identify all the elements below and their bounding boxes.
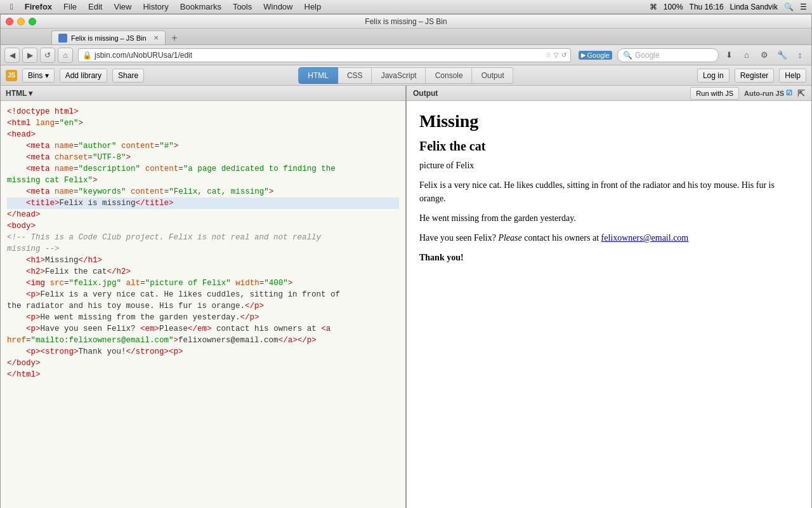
os-right-status: ⌘ 100% Thu 16:16 Linda Sandvik 🔍 ☰ (650, 3, 807, 11)
wifi-icon: ⌘ (650, 3, 657, 11)
tab-close-button[interactable]: ✕ (154, 34, 159, 41)
output-p2: He went missing from the garden yesterda… (419, 211, 799, 225)
tab-title: Felix is missing – JS Bin (71, 34, 147, 42)
battery-indicator: 100% (664, 3, 683, 11)
expand-icon[interactable]: ⇱ (797, 88, 805, 98)
output-p4-strong: Thank you! (419, 253, 464, 262)
bookmarks-menu-item[interactable]: Bookmarks (175, 2, 226, 11)
tab-html[interactable]: HTML (298, 67, 338, 84)
share-label: Share (118, 71, 138, 80)
output-header-right: Run with JS Auto-run JS ☑ ⇱ (690, 87, 805, 100)
back-button[interactable]: ◀ (4, 48, 20, 63)
output-h2: Felix the cat (419, 139, 799, 154)
jsbin-toolbar-right: Log in Register Help (697, 69, 806, 83)
login-button[interactable]: Log in (697, 69, 730, 83)
url-text: jsbin.com/uNobURUsa/1/edit (95, 51, 192, 60)
os-menubar:  Firefox File Edit View History Bookmar… (0, 0, 812, 14)
nav-bar: ◀ ▶ ↺ ⌂ 🔒 jsbin.com/uNobURUsa/1/edit ☆ ▽… (1, 45, 811, 65)
edit-menu-item[interactable]: Edit (83, 2, 107, 11)
username: Linda Sandvik (730, 3, 778, 11)
output-p1: Felix is a very nice cat. He likes cuddl… (419, 178, 799, 205)
autorun-checkbox[interactable]: ☑ (786, 89, 792, 97)
jsbin-logo: JS (6, 70, 17, 81)
search-placeholder: Google (635, 51, 660, 60)
output-panel: Output Run with JS Auto-run JS ☑ ⇱ Missi… (407, 86, 811, 508)
tools-menu-item[interactable]: Tools (228, 2, 257, 11)
output-p3-em: Please (498, 233, 521, 243)
output-img-alt: picture of Felix (419, 159, 799, 172)
code-editor[interactable]: <!doctype html> <html lang="en"> <head> … (1, 101, 405, 508)
forward-button[interactable]: ▶ (22, 48, 37, 63)
firefox-menu-item[interactable]: Firefox (20, 2, 57, 11)
home-button[interactable]: ⌂ (58, 48, 73, 63)
file-menu-item[interactable]: File (58, 2, 82, 11)
output-h1: Missing (419, 111, 799, 131)
tab-javascript[interactable]: JavaScript (372, 67, 426, 84)
search-icon: 🔍 (623, 51, 632, 60)
register-button[interactable]: Register (735, 69, 775, 83)
help-button[interactable]: Help (779, 69, 806, 83)
google-icon: ▶ (581, 51, 586, 58)
bookmark-down-icon[interactable]: ▽ (554, 51, 559, 58)
jsbin-tab-bar: HTML CSS JavaScript Console Output (298, 67, 513, 84)
share-button[interactable]: Share (112, 69, 144, 83)
new-tab-button[interactable]: + (168, 32, 181, 44)
refresh-button[interactable]: ↺ (40, 48, 55, 63)
tab-console[interactable]: Console (426, 67, 473, 84)
output-content: Missing Felix the cat picture of Felix F… (407, 101, 811, 508)
maximize-button[interactable] (29, 18, 36, 25)
output-p4: Thank you! (419, 251, 799, 264)
jsbin-toolbar-left: JS Bins ▾ Add library Share (6, 69, 144, 83)
output-header: Output Run with JS Auto-run JS ☑ ⇱ (407, 86, 811, 101)
address-secure-icon: 🔒 (82, 51, 92, 60)
developer-button[interactable]: 🔧 (775, 48, 790, 63)
apple-menu-item[interactable]:  (5, 2, 18, 11)
browser-titlebar: Felix is missing – JS Bin (1, 15, 811, 29)
minimize-button[interactable] (17, 18, 25, 25)
search-bar[interactable]: 🔍 Google (617, 48, 719, 62)
clock: Thu 16:16 (690, 3, 724, 11)
code-panel: HTML ▾ <!doctype html> <html lang="en"> … (1, 86, 407, 508)
history-menu-item[interactable]: History (138, 2, 173, 11)
output-p3-mid: contact his owners at (522, 233, 601, 243)
view-menu-item[interactable]: View (108, 2, 136, 11)
download-button[interactable]: ⬇ (721, 48, 737, 63)
output-p3-start: Have you seen Felix? (419, 233, 498, 243)
add-library-button[interactable]: Add library (60, 69, 107, 83)
search-icon[interactable]: 🔍 (784, 3, 794, 11)
run-with-js-button[interactable]: Run with JS (690, 87, 739, 100)
sync-button[interactable]: ↕ (792, 48, 808, 63)
jsbin-toolbar: JS Bins ▾ Add library Share HTML CSS Jav… (1, 65, 811, 86)
bins-dropdown[interactable]: Bins ▾ (22, 69, 55, 83)
bookmarks-button[interactable]: ⌂ (739, 48, 754, 63)
tab-favicon (58, 34, 67, 43)
browser-tab[interactable]: Felix is missing – JS Bin ✕ (51, 30, 166, 44)
main-content: HTML ▾ <!doctype html> <html lang="en"> … (1, 86, 811, 508)
window-menu-item[interactable]: Window (258, 2, 298, 11)
address-bar[interactable]: 🔒 jsbin.com/uNobURUsa/1/edit ☆ ▽ ↺ (78, 48, 571, 62)
settings-button[interactable]: ⚙ (757, 48, 772, 63)
output-email-link[interactable]: felixowners@email.com (601, 233, 689, 243)
bins-label: Bins ▾ (28, 71, 49, 80)
menu-icon[interactable]: ☰ (800, 3, 807, 11)
tab-bar: Felix is missing – JS Bin ✕ + (1, 29, 811, 45)
output-p3: Have you seen Felix? Please contact his … (419, 231, 799, 244)
html-panel-header: HTML ▾ (1, 86, 405, 101)
traffic-lights (6, 18, 36, 25)
output-label: Output (413, 89, 438, 98)
google-indicator: ▶ Google (579, 51, 612, 60)
tab-css[interactable]: CSS (338, 67, 372, 84)
close-button[interactable] (6, 18, 13, 25)
refresh-small-icon[interactable]: ↺ (561, 51, 566, 58)
bookmark-star-icon[interactable]: ☆ (546, 51, 551, 58)
add-library-label: Add library (65, 71, 102, 80)
tab-output[interactable]: Output (473, 67, 514, 84)
browser-window: Felix is missing – JS Bin Felix is missi… (0, 14, 812, 508)
window-title: Felix is missing – JS Bin (365, 17, 447, 26)
help-menu-item[interactable]: Help (299, 2, 327, 11)
autorun-label[interactable]: Auto-run JS ☑ (744, 89, 792, 97)
html-panel-label[interactable]: HTML ▾ (6, 89, 32, 98)
